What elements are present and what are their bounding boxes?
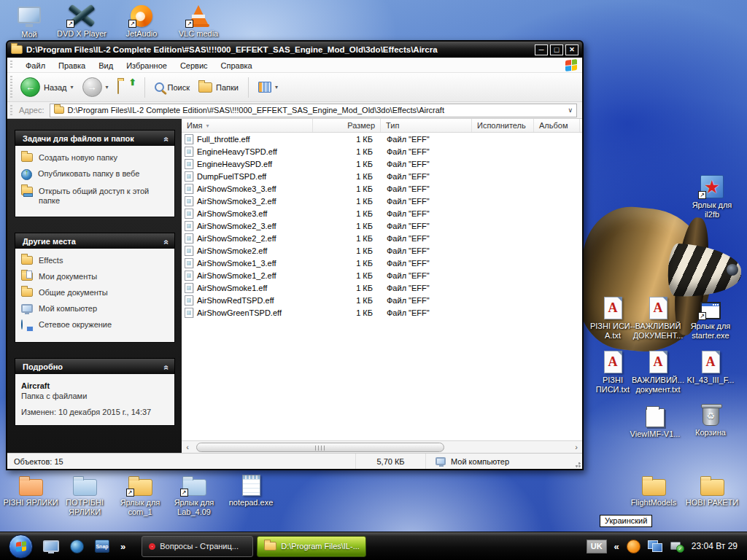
file-row[interactable]: Full_throttle.eff 1 КБ Файл "EFF"	[182, 133, 582, 145]
details-panel-header[interactable]: Подробно	[15, 358, 175, 374]
desktop-icon-notepad[interactable]: notepad.exe	[223, 471, 279, 508]
file-row[interactable]: AirShowRedTSPD.eff 1 КБ Файл "EFF"	[182, 294, 582, 306]
close-button[interactable]	[565, 44, 578, 55]
tray-network-icon[interactable]	[648, 540, 662, 552]
shared-folder-icon	[21, 187, 33, 195]
details-panel: Подробно Aircraft Папка с файлами Измене…	[15, 358, 175, 426]
task-create-folder[interactable]: Создать новую папку	[21, 153, 169, 163]
collapse-chevron-icon[interactable]	[162, 239, 172, 243]
file-row[interactable]: DumpFuelTSPD.eff 1 КБ Файл "EFF"	[182, 170, 582, 182]
file-row[interactable]: AirShowSmoke3_3.eff 1 КБ Файл "EFF"	[182, 182, 582, 195]
file-row[interactable]: EngineHeavySPD.eff 1 КБ Файл "EFF"	[182, 158, 582, 170]
usb-check-icon	[676, 545, 684, 553]
scroll-left-icon[interactable]	[182, 442, 193, 453]
task-publish-web[interactable]: Опубликовать папку в вебе	[21, 169, 169, 180]
task-share-folder[interactable]: Открыть общий доступ к этой папке	[21, 187, 169, 206]
forward-dropdown-icon[interactable]	[106, 84, 109, 90]
places-panel-header[interactable]: Другие места	[15, 233, 175, 249]
maximize-button[interactable]	[550, 44, 563, 55]
column-header-artist[interactable]: Исполнитель	[472, 119, 534, 132]
file-row[interactable]: AirShowSmoke2_3.eff 1 КБ Файл "EFF"	[182, 219, 582, 232]
place-shared-documents[interactable]: Общие документы	[21, 288, 169, 298]
file-row[interactable]: EngineHeavyTSPD.eff 1 КБ Файл "EFF"	[182, 145, 582, 158]
menu-item[interactable]: Правка	[52, 61, 92, 70]
file-row[interactable]: AirShowSmoke3_2.eff 1 КБ Файл "EFF"	[182, 195, 582, 207]
file-row[interactable]: AirShowSmoke3.eff 1 КБ Файл "EFF"	[182, 207, 582, 219]
resize-grip[interactable]	[572, 459, 581, 467]
file-row[interactable]: AirShowSmoke1.eff 1 КБ Файл "EFF"	[182, 281, 582, 294]
desktop-icon-dvd-x-player[interactable]: DVD X Player	[54, 2, 109, 39]
file-row[interactable]: AirShowSmoke2_2.eff 1 КБ Файл "EFF"	[182, 232, 582, 244]
file-row[interactable]: AirShowGreenTSPD.eff 1 КБ Файл "EFF"	[182, 306, 582, 319]
desktop-icon-viewimf[interactable]: ViewIMF-V1...	[627, 402, 683, 439]
desktop-icon-my-computer[interactable]: Мой	[1, 3, 57, 39]
desktop-icon-folder-shortcut[interactable]: Ярлык для Lab_4.09	[166, 471, 222, 517]
desktop-icon-il2fb[interactable]: Ярлык для il2fb	[684, 174, 740, 219]
tray-usb-icon[interactable]	[670, 540, 684, 553]
forward-button[interactable]	[80, 77, 112, 97]
tray-collapse-icon[interactable]	[614, 541, 619, 552]
collapse-chevron-icon[interactable]	[162, 136, 172, 140]
desktop-icon-txt-doc[interactable]: KI_43_III_F...	[683, 349, 738, 385]
scrollbar-track[interactable]	[194, 442, 570, 453]
language-indicator[interactable]: UK	[587, 540, 607, 553]
back-dropdown-icon[interactable]	[71, 84, 74, 90]
file-row[interactable]: AirShowSmoke1_2.eff 1 КБ Файл "EFF"	[182, 269, 582, 281]
column-headers: Имя Размер Тип Исполнитель Альбом	[182, 119, 582, 133]
desktop-icon-txt-doc[interactable]: ВАЖЛИВИЙ ДОКУМЕНТ...	[630, 295, 686, 341]
file-list-area: Имя Размер Тип Исполнитель Альбом Full_t…	[182, 119, 582, 453]
collapse-chevron-icon[interactable]	[162, 365, 172, 368]
task-button-opera[interactable]: Вопросы - Страниц...	[142, 536, 253, 557]
desktop-icon-starter-exe[interactable]: Ярлык для starter.exe	[683, 295, 738, 341]
menu-item[interactable]: Сервис	[174, 61, 214, 70]
place-my-documents[interactable]: Мои документы	[21, 272, 169, 281]
start-button[interactable]	[9, 534, 33, 559]
scrollbar-thumb[interactable]	[196, 443, 444, 452]
desktop-icon-folder[interactable]: ПОТРІБНІ ЯРЛИКИ	[57, 471, 112, 517]
place-network[interactable]: Сетевое окружение	[21, 320, 169, 331]
menu-item[interactable]: Избранное	[120, 61, 174, 70]
column-header-name[interactable]: Имя	[182, 119, 313, 132]
desktop-icon-jetaudio[interactable]: JetAudio	[114, 2, 169, 39]
desktop-icon-folder[interactable]: FlightModels	[626, 471, 681, 508]
details-modified-date: Изменен: 10 декабря 2015 г., 14:37	[21, 408, 169, 421]
address-dropdown-icon[interactable]	[568, 106, 573, 114]
column-header-album[interactable]: Альбом	[534, 119, 580, 132]
task-button-explorer-active[interactable]: D:\Program Files\IL-...	[257, 536, 366, 557]
scroll-right-icon[interactable]	[570, 442, 582, 453]
desktop-icon-recycle-bin[interactable]: Корзина	[683, 401, 738, 438]
folders-button[interactable]: Папки	[196, 82, 241, 93]
search-button[interactable]: Поиск	[152, 82, 193, 92]
minimize-button[interactable]	[535, 44, 548, 55]
menu-item[interactable]: Справка	[214, 61, 259, 70]
place-effects[interactable]: Effects	[21, 256, 169, 265]
browser-globe-icon[interactable]	[70, 540, 84, 553]
column-header-size[interactable]: Размер	[313, 119, 381, 132]
up-button[interactable]	[115, 81, 138, 94]
file-row[interactable]: AirShowSmoke2.eff 1 КБ Файл "EFF"	[182, 244, 582, 257]
place-my-computer[interactable]: Мой компьютер	[21, 304, 169, 314]
file-row[interactable]: AirShowSmoke1_3.eff 1 КБ Файл "EFF"	[182, 257, 582, 269]
menu-item[interactable]: Файл	[19, 61, 52, 70]
column-header-type[interactable]: Тип	[381, 119, 472, 132]
status-object-count: Объектов: 15	[7, 454, 356, 469]
shortcut-arrow-icon	[185, 20, 193, 28]
views-dropdown-icon[interactable]	[275, 84, 278, 90]
file-icon	[185, 147, 193, 157]
snap-icon[interactable]: Snap	[95, 540, 109, 553]
views-button[interactable]	[255, 82, 281, 93]
quick-launch-overflow-icon[interactable]	[120, 541, 124, 552]
desktop-icon-txt-doc[interactable]: ВАЖЛИВИЙ... документ.txt	[630, 349, 686, 394]
tasks-panel-header[interactable]: Задачи для файлов и папок	[15, 130, 175, 146]
desktop-icon-vlc[interactable]: VLC media	[171, 2, 226, 39]
back-button[interactable]: Назад	[18, 77, 77, 97]
horizontal-scrollbar[interactable]	[182, 440, 582, 453]
desktop-icon-folder[interactable]: НОВІ РАКЕТИ	[681, 471, 743, 508]
title-bar[interactable]: D:\Program Files\IL-2 Complete Edition\#…	[7, 42, 582, 58]
desktop-icon-folder[interactable]: РІЗНІ ЯРЛИКИ	[0, 471, 61, 508]
address-input[interactable]: D:\Program Files\IL-2 Complete Edition\#…	[50, 104, 577, 117]
tray-orange-app-icon[interactable]	[627, 540, 640, 553]
menu-item[interactable]: Вид	[92, 61, 120, 70]
show-desktop-icon[interactable]	[43, 540, 59, 552]
desktop-icon-folder-shortcut[interactable]: Ярлык для com_1	[112, 471, 168, 517]
